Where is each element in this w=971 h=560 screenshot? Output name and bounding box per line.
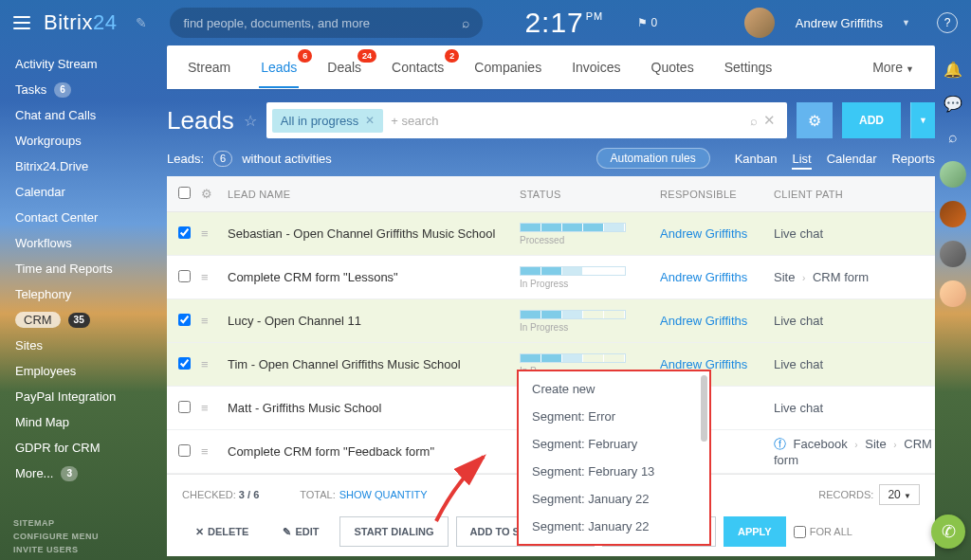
status-bar[interactable] [520,223,626,232]
lead-name[interactable]: Complete CRM form "Feedback form" [228,444,434,459]
add-button[interactable]: ADD [842,102,901,138]
tab-leads[interactable]: Leads6 [259,60,299,75]
apply-button[interactable]: APPLY [724,516,786,547]
row-checkbox[interactable] [178,226,191,239]
add-dropdown[interactable]: ▼ [910,102,935,138]
records-select[interactable]: 20 ▼ [879,484,920,505]
lead-name[interactable]: Lucy - Open Channel 11 [228,314,361,328]
row-menu-icon[interactable]: ≡ [201,270,224,284]
sidebar-item-tasks[interactable]: Tasks6 [0,77,167,102]
lead-name[interactable]: Matt - Griffiths Music School [228,401,381,415]
chat-icon[interactable]: 💬 [943,93,963,114]
sidebar-item-gdpr-for-crm[interactable]: GDPR for CRM [0,435,167,461]
logo[interactable]: Bitrix24 [44,10,117,35]
contact-avatar[interactable] [940,280,966,307]
sidebar-item-workflows[interactable]: Workflows [0,230,167,256]
gear-button[interactable]: ⚙ [797,102,833,138]
tab-quotes[interactable]: Quotes [650,60,696,75]
sidebar-item-crm[interactable]: CRM35 [0,307,167,333]
row-menu-icon[interactable]: ≡ [201,444,224,459]
contact-avatar[interactable] [940,201,966,227]
col-responsible[interactable]: RESPONSIBLE [660,189,774,200]
tab-deals[interactable]: Deals24 [325,60,363,75]
popup-item[interactable]: Segment: January 22 [519,485,709,513]
responsible-link[interactable]: Andrew Griffiths [660,314,747,328]
menu-toggle[interactable] [13,16,30,29]
edit-icon[interactable]: ✎ [136,15,147,30]
responsible-link[interactable]: Andrew Griffiths [660,226,747,241]
tab-stream[interactable]: Stream [186,60,232,75]
call-button[interactable]: ✆ [931,515,965,549]
filter-chip[interactable]: All in progress✕ [272,109,383,133]
view-kanban[interactable]: Kanban [735,150,778,168]
show-quantity[interactable]: SHOW QUANTITY [339,489,428,500]
row-checkbox[interactable] [178,270,191,282]
sidebar-item-paypal-integration[interactable]: PayPal Integration [0,384,167,409]
lead-name[interactable]: Sebastian - Open Channel Griffiths Music… [228,226,495,241]
sidebar-item-workgroups[interactable]: Workgroups [0,128,167,154]
scrollbar-thumb[interactable] [701,375,707,442]
sidebar-footer-link[interactable]: CONFIGURE MENU [13,532,99,541]
select-all[interactable] [178,187,191,199]
filter-input[interactable] [391,114,750,128]
flag-counter[interactable]: ⚑ 0 [637,16,657,29]
popup-item[interactable]: Segment: February [519,430,709,458]
row-checkbox[interactable] [178,444,191,457]
popup-item[interactable]: Create new [519,375,709,403]
sidebar-footer-link[interactable]: SITEMAP [13,518,99,528]
help-icon[interactable]: ? [937,12,958,33]
sidebar-item-sites[interactable]: Sites [0,333,167,358]
delete-button[interactable]: ✕ DELETE [182,516,262,547]
view-calendar[interactable]: Calendar [827,150,877,168]
search-icon[interactable]: ⌕ [943,127,963,148]
tab-settings[interactable]: Settings [723,60,775,75]
sidebar-item-calendar[interactable]: Calendar [0,179,167,205]
row-checkbox[interactable] [178,357,191,370]
tab-invoices[interactable]: Invoices [570,60,622,75]
view-reports[interactable]: Reports [891,150,935,168]
bell-icon[interactable]: 🔔 [943,59,963,80]
row-menu-icon[interactable]: ≡ [201,226,224,241]
popup-item[interactable]: Segment: January 22 [519,513,709,540]
sidebar-item-chat-and-calls[interactable]: Chat and Calls [0,102,167,128]
sidebar-item-mind-map[interactable]: Mind Map [0,409,167,435]
lead-name[interactable]: Tim - Open Channel Griffiths Music Schoo… [228,357,461,371]
tab-companies[interactable]: Companies [472,60,543,75]
sidebar-item-telephony[interactable]: Telephony [0,281,167,307]
popup-item[interactable]: Segment: February 13 [519,458,709,485]
global-search-input[interactable] [183,16,462,30]
popup-item[interactable]: Segment: Error [519,403,709,430]
clear-icon[interactable]: ✕ [763,112,776,129]
sidebar-footer-link[interactable]: INVITE USERS [13,545,99,554]
automation-button[interactable]: Automation rules [596,148,710,169]
contact-avatar[interactable] [940,161,966,188]
row-checkbox[interactable] [178,314,191,326]
view-list[interactable]: List [792,150,811,170]
sidebar-item-employees[interactable]: Employees [0,358,167,384]
search-icon[interactable]: ⌕ [750,114,758,128]
tab-more[interactable]: More▼ [870,60,916,75]
username[interactable]: Andrew Griffiths [796,16,883,30]
status-bar[interactable] [520,310,626,319]
for-all-checkbox[interactable]: FOR ALL [794,526,852,538]
gear-icon[interactable]: ⚙ [201,187,224,201]
sidebar-item-time-and-reports[interactable]: Time and Reports [0,256,167,281]
status-bar[interactable] [520,353,626,363]
tab-contacts[interactable]: Contacts2 [390,60,446,75]
row-menu-icon[interactable]: ≡ [201,357,224,371]
col-path[interactable]: CLIENT PATH [774,189,935,200]
lead-name[interactable]: Complete CRM form "Lessons" [228,270,398,284]
row-menu-icon[interactable]: ≡ [201,401,224,415]
col-name[interactable]: LEAD NAME [224,189,520,200]
star-icon[interactable]: ☆ [244,112,257,130]
filter-box[interactable]: All in progress✕ ⌕ ✕ [266,102,787,138]
status-bar[interactable] [520,266,626,276]
sidebar-item-bitrix24-drive[interactable]: Bitrix24.Drive [0,154,167,179]
sidebar-item-activity-stream[interactable]: Activity Stream [0,51,167,77]
responsible-link[interactable]: Andrew Griffiths [660,270,747,284]
edit-button[interactable]: ✎ EDIT [269,516,332,547]
col-status[interactable]: STATUS [520,189,660,200]
global-search[interactable]: ⌕ [170,8,483,38]
row-checkbox[interactable] [178,401,191,413]
row-menu-icon[interactable]: ≡ [201,314,224,328]
